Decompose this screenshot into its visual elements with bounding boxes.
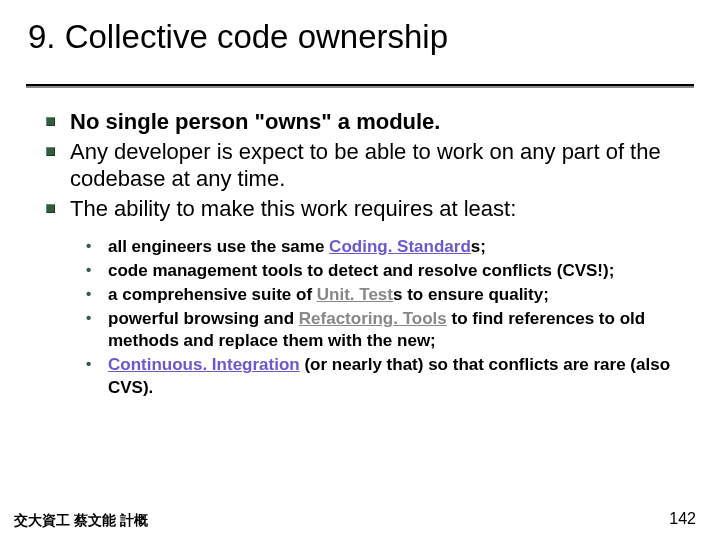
- sub-2-text: code management tools to detect and reso…: [108, 261, 614, 280]
- sub-1-b: s;: [471, 237, 486, 256]
- sub-1-a: all engineers use the same: [108, 237, 329, 256]
- bullet-1: No single person "owns" a module.: [42, 108, 692, 136]
- slide-title: 9. Collective code ownership: [28, 18, 692, 62]
- link-refactoring-tools[interactable]: Refactoring. Tools: [299, 309, 447, 328]
- bullet-3: The ability to make this work requires a…: [42, 195, 692, 223]
- main-bullet-list: No single person "owns" a module. Any de…: [42, 108, 692, 222]
- sub-bullet-list: all engineers use the same Coding. Stand…: [84, 236, 692, 399]
- sub-5: Continuous. Integration (or nearly that)…: [84, 354, 692, 398]
- sub-2: code management tools to detect and reso…: [84, 260, 692, 282]
- footer-left: 交大資工 蔡文能 計概: [14, 512, 148, 530]
- title-underline: [26, 84, 694, 86]
- sub-4: powerful browsing and Refactoring. Tools…: [84, 308, 692, 352]
- link-continuous-integration[interactable]: Continuous. Integration: [108, 355, 300, 374]
- page-number: 142: [669, 510, 696, 528]
- bullet-3-text: The ability to make this work requires a…: [70, 196, 516, 221]
- sub-3: a comprehensive suite of Unit. Tests to …: [84, 284, 692, 306]
- link-unit-test[interactable]: Unit. Test: [317, 285, 393, 304]
- link-coding-standard[interactable]: Coding. Standard: [329, 237, 471, 256]
- sub-4-a: powerful browsing and: [108, 309, 299, 328]
- bullet-1-text: No single person "owns" a module.: [70, 109, 440, 134]
- bullet-2: Any developer is expect to be able to wo…: [42, 138, 692, 193]
- sub-3-b: s to ensure quality;: [393, 285, 549, 304]
- bullet-2-text: Any developer is expect to be able to wo…: [70, 139, 661, 192]
- sub-3-a: a comprehensive suite of: [108, 285, 317, 304]
- sub-1: all engineers use the same Coding. Stand…: [84, 236, 692, 258]
